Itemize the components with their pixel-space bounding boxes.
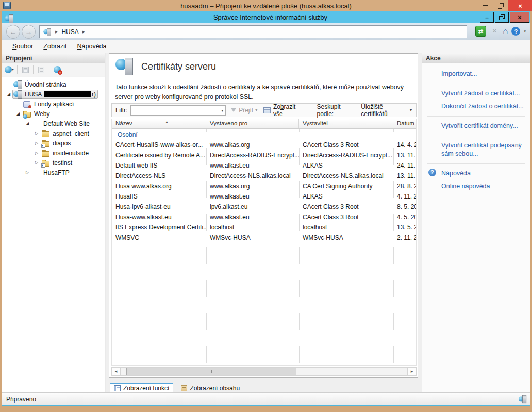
expanded-expander-icon[interactable]: ◢ [14, 111, 22, 116]
home-button[interactable]: ⌂ [503, 27, 508, 36]
tab-features-view[interactable]: Zobrazení funkcí [110, 383, 173, 393]
app-minimize-button[interactable]: – [480, 12, 494, 23]
tree-item-testinst[interactable]: ▷testinst [2, 158, 105, 168]
tree-item-insideoutside[interactable]: ▷insideoutside [2, 148, 105, 158]
back-button[interactable]: ← [6, 25, 20, 39]
tree-item-label: testinst [53, 159, 72, 167]
features-view-icon [114, 385, 121, 391]
app-restore-button[interactable] [495, 12, 509, 23]
table-row[interactable]: Default web IISwww.alkast.euALKAS24. 11. [112, 160, 416, 171]
action-importovat[interactable]: Importovat... [427, 68, 525, 80]
rdp-restore-button[interactable] [493, 0, 508, 11]
tree-item-husaftp[interactable]: ▷HusaFTP [2, 168, 105, 177]
cell-name: Husa-www.alkast.eu [112, 213, 206, 221]
tree-item-husa-server[interactable]: ◢HUSA r) [2, 89, 105, 99]
tab-content-view[interactable]: Zobrazení obsahu [177, 383, 243, 393]
delete-connection-button[interactable]: × [53, 65, 62, 74]
app-close-button[interactable]: × [510, 12, 529, 23]
collapsed-expander-icon[interactable]: ▷ [33, 141, 40, 145]
table-row[interactable]: IIS Express Development Certifi...localh… [112, 222, 416, 233]
menu-item-zobrazit[interactable]: Zobrazit [38, 41, 72, 52]
save-connections-button[interactable] [21, 65, 30, 74]
app-window-title: Správce Internetové informační služby [11, 13, 530, 21]
actions-panel: Akce Importovat...Vytvořit žádost o cert… [422, 53, 530, 392]
tree-item-application-pools[interactable]: Fondy aplikací [2, 99, 105, 109]
action-dokončit-žádost-o-certifikát[interactable]: Dokončit žádost o certifikát... [427, 100, 525, 113]
filter-input[interactable]: ▾ [130, 105, 226, 116]
server-certificates-card: Certifikáty serveru Tato funkce slouží k… [109, 53, 418, 378]
refresh-button[interactable]: ⇄ [475, 26, 486, 37]
table-row[interactable]: Husa-ipv6-alkast-euipv6.alkast.euCAcert … [112, 202, 416, 212]
cell-issued-by: CA Cert Signing Authority [299, 183, 393, 190]
breadcrumb-root[interactable]: HUSA [61, 28, 78, 36]
collapsed-expander-icon[interactable]: ▷ [33, 151, 40, 155]
tree-item-aspnet-client[interactable]: ▷aspnet_client [2, 128, 105, 138]
column-header-datum[interactable]: Datum [393, 119, 416, 128]
back-arrow-icon: ← [10, 28, 17, 36]
cell-date: 4. 11. 2 [393, 193, 416, 200]
go-button[interactable]: Přejít [239, 107, 253, 114]
content-view-icon [181, 385, 187, 391]
column-header-vystavitel[interactable]: Vystavitel [299, 119, 393, 128]
collapsed-expander-icon[interactable]: ▷ [24, 170, 31, 175]
scroll-right-button[interactable]: ▸ [407, 368, 416, 375]
cell-date: 13. 5. 2 [393, 224, 416, 231]
stop-button[interactable]: × [490, 27, 499, 36]
table-row[interactable]: DirectAccess-NLSDirectAccess-NLS.alkas.l… [112, 171, 416, 181]
column-header-vystaveno-pro[interactable]: Vystaveno pro [206, 119, 299, 128]
menu-item-nápověda[interactable]: Nápověda [72, 41, 112, 52]
column-header-název[interactable]: Název▲ [112, 119, 206, 128]
iis-status-icon [519, 395, 526, 403]
redaction-bar [44, 91, 91, 97]
table-row[interactable]: Husa-www.alkast.euwww.alkast.euCAcert Cl… [112, 212, 416, 222]
action-nápověda[interactable]: ?Nápověda [427, 167, 525, 180]
cell-issued-to: www.alkast.eu [206, 193, 299, 200]
tree-item-sites[interactable]: ◢Weby [2, 109, 105, 119]
action-vytvořit-certifikát-podepsaný-sám-sebou[interactable]: Vytvořit certifikát podepsaný sám sebou.… [427, 139, 525, 161]
table-row[interactable]: Husa www.alkas.orgwww.alkas.orgCA Cert S… [112, 181, 416, 191]
rdp-minimize-button[interactable] [477, 0, 493, 11]
group-header-osobni[interactable]: Osobní [112, 129, 416, 140]
group-by-select[interactable]: Úložiště certifikátů [361, 103, 410, 118]
cell-issued-to: localhost [206, 224, 299, 231]
rdp-close-button[interactable]: × [508, 0, 532, 11]
rename-connection-button[interactable] [37, 65, 46, 74]
expanded-expander-icon[interactable]: ◢ [24, 121, 31, 126]
table-row[interactable]: Certificate issued by Remote A...DirectA… [112, 150, 416, 160]
action-vytvořit-žádost-o-certifikát[interactable]: Vytvořit žádost o certifikát... [427, 87, 525, 100]
app-overlay-icon [41, 163, 45, 168]
tree-item-label: Fondy aplikací [34, 101, 74, 108]
sites-folder-icon [23, 110, 31, 118]
tree-item-label: Default Web Site [43, 120, 90, 127]
cell-issued-to: www.alkas.org [206, 183, 299, 190]
forward-button[interactable]: → [22, 25, 36, 39]
tree-item-start-page[interactable]: Úvodní stránka [2, 79, 105, 89]
collapsed-expander-icon[interactable]: ▷ [33, 131, 40, 136]
help-button[interactable]: ? [511, 27, 520, 36]
create-connection-button[interactable]: ▾ [5, 65, 14, 74]
action-label: Vytvořit certifikát podepsaný sám sebou.… [441, 142, 522, 158]
expanded-expander-icon[interactable]: ◢ [5, 92, 12, 96]
group-by-dropdown-icon[interactable]: ▾ [410, 108, 412, 112]
help-dropdown-icon[interactable]: ▾ [524, 29, 526, 34]
tree-item-diapos[interactable]: ▷diapos [2, 138, 105, 148]
scrollbar-thumb[interactable] [126, 368, 296, 375]
scroll-left-button[interactable]: ◂ [112, 368, 121, 375]
show-all-button[interactable]: Zobrazit vše [273, 103, 306, 118]
restore-icon [498, 3, 504, 9]
collapsed-expander-icon[interactable]: ▷ [33, 160, 40, 165]
breadcrumb[interactable]: ▶ HUSA ▶ [39, 25, 467, 38]
table-row[interactable]: HusaIISwww.alkast.euALKAS4. 11. 2 [112, 191, 416, 202]
tree-item-default-web-site[interactable]: ◢Default Web Site [2, 119, 105, 128]
menu-item-soubor[interactable]: Soubor [7, 41, 38, 52]
action-online-nápověda[interactable]: Online nápověda [427, 180, 525, 193]
table-row[interactable]: WMSVCWMSvc-HUSAWMSvc-HUSA2. 11. 2 [112, 233, 416, 243]
breadcrumb-arrow-icon: ▶ [55, 30, 58, 34]
column-separator [206, 129, 207, 365]
action-vytvořit-certifikát-domény[interactable]: Vytvořit certifikát domény... [427, 120, 525, 133]
table-row[interactable]: CAcert-HusaIIS-www-alkas-or...www.alkas.… [112, 140, 416, 150]
cell-name: DirectAccess-NLS [112, 172, 206, 179]
actions-header: Akce [422, 53, 530, 63]
go-dropdown-icon[interactable]: ▾ [255, 108, 257, 112]
horizontal-scrollbar[interactable]: ◂ ▸ [111, 367, 417, 376]
